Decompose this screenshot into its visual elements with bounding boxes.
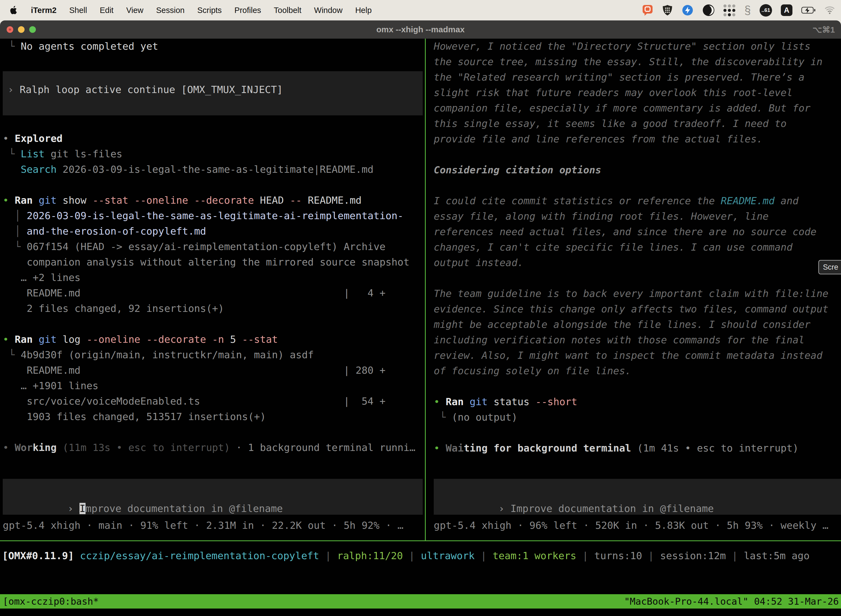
menu-item-toolbelt[interactable]: Toolbelt <box>274 6 301 15</box>
terminal-line: review. Also, I might want to inspect th… <box>434 348 841 363</box>
terminal-line: • Waiting for background terminal (1m 41… <box>434 440 841 456</box>
terminal-line <box>434 147 841 162</box>
terminal-line: might be acceptable alongside the file l… <box>434 317 841 332</box>
terminal-line: └ 4b9d30f (origin/main, instructkr/main,… <box>3 347 425 363</box>
right-model-status: gpt-5.4 xhigh · 96% left · 520K in · 5.8… <box>434 518 841 533</box>
left-model-status: gpt-5.4 xhigh · main · 91% left · 2.31M … <box>3 518 425 533</box>
terminal-line: … +2 lines <box>3 270 425 285</box>
terminal-line: └ (no output) <box>434 409 841 425</box>
terminal-line: this single essay, it seems like a good … <box>434 116 841 131</box>
right-agent-pane[interactable]: However, I noticed the "Directory Struct… <box>431 39 841 540</box>
terminal-line: The team guideline is to back every impo… <box>434 286 841 301</box>
menu-item-scripts[interactable]: Scripts <box>197 6 222 15</box>
terminal-line <box>434 425 841 440</box>
terminal-line: the source tree, missing the essay. Stil… <box>434 54 841 70</box>
shield-keypad-icon[interactable] <box>662 4 673 16</box>
wifi-icon[interactable] <box>825 6 835 14</box>
apple-menu-icon[interactable] <box>10 5 18 15</box>
terminal-line: slight risk that future readers may over… <box>434 85 841 100</box>
right-pane-output: However, I noticed the "Directory Struct… <box>434 39 841 456</box>
terminal-line: 2 files changed, 92 insertions(+) <box>3 301 425 316</box>
terminal-line: • Ran git show --stat --oneline --decora… <box>3 193 425 208</box>
terminal-line: companion file, especially if more comme… <box>434 100 841 116</box>
tmux-status-bar: [omx-cczip0:bash* "MacBook-Pro-44.local"… <box>0 594 841 609</box>
menu-item-profiles[interactable]: Profiles <box>234 6 261 15</box>
screen: iTerm2ShellEditViewSessionScriptsProfile… <box>0 0 841 616</box>
tab-shortcut-badge: ⌥⌘1 <box>813 25 835 35</box>
terminal-line: README.md | 4 + <box>3 285 425 301</box>
terminal-line: Considering citation options <box>434 162 841 178</box>
status-tray: § ..61 A <box>642 4 841 16</box>
menu-items: iTerm2ShellEditViewSessionScriptsProfile… <box>0 5 372 15</box>
terminal-line: of focusing solely on file lines. <box>434 363 841 378</box>
terminal-line: • Working (11m 13s • esc to interrupt) ·… <box>3 440 425 455</box>
left-prompt-input[interactable]: › Improve documentation in @filename <box>3 479 423 515</box>
terminal-line <box>434 378 841 394</box>
terminal-line: companion analysis without altering the … <box>3 254 425 270</box>
right-prompt-input[interactable]: › Improve documentation in @filename <box>434 479 841 515</box>
terminal-line: changes, I can't cite specific file line… <box>434 239 841 255</box>
prompt-chevron: › <box>8 84 20 95</box>
terminal-line: └ No agents completed yet <box>3 39 425 54</box>
s-squiggle-icon[interactable]: § <box>744 4 751 16</box>
a-app-icon[interactable]: A <box>781 4 793 16</box>
screen-edge-tooltip: Scre <box>818 260 841 274</box>
terminal-viewport: └ No agents completed yet › Ralph loop a… <box>0 39 841 616</box>
prompt-chevron: › <box>67 503 79 514</box>
terminal-line: └ 067f154 (HEAD -> essay/ai-reimplementa… <box>3 239 425 254</box>
terminal-line: I could cite commit statistics or refere… <box>434 193 841 209</box>
terminal-line <box>3 316 425 332</box>
terminal-line <box>3 177 425 193</box>
menu-item-session[interactable]: Session <box>156 6 185 15</box>
terminal-line: … +1901 lines <box>3 378 425 393</box>
terminal-line: provide file and line references from th… <box>434 131 841 147</box>
dots-grid-icon[interactable] <box>724 4 736 16</box>
left-pane-output: • Explored └ List git ls-files Search 20… <box>3 131 425 455</box>
menu-item-shell[interactable]: Shell <box>69 6 87 15</box>
terminal-line: • Ran git status --short <box>434 394 841 409</box>
ralph-loop-banner: › Ralph loop active continue [OMX_TMUX_I… <box>3 71 423 115</box>
text-cursor: I <box>79 503 85 514</box>
menu-item-iterm2[interactable]: iTerm2 <box>31 6 57 15</box>
macos-menu-bar: iTerm2ShellEditViewSessionScriptsProfile… <box>0 0 841 21</box>
terminal-line: • Explored <box>3 131 425 146</box>
terminal-line: README.md | 280 + <box>3 363 425 378</box>
prompt-chevron: › <box>498 503 510 514</box>
menu-item-window[interactable]: Window <box>314 6 343 15</box>
terminal-line <box>434 270 841 286</box>
battery-percent-badge-icon[interactable]: ..61 <box>760 4 772 16</box>
omx-session-status-bar: [OMX#0.11.9] cczip/essay/ai-reimplementa… <box>2 548 841 563</box>
terminal-line: Search 2026-03-09-is-legal-the-same-as-l… <box>3 162 425 177</box>
terminal-line: │ and-the-erosion-of-copyleft.md <box>3 224 425 239</box>
battery-charging-icon[interactable] <box>801 7 816 14</box>
terminal-line: the "Related research writing" section i… <box>434 70 841 85</box>
terminal-line: including verification notes with those … <box>434 332 841 348</box>
terminal-line: └ List git ls-files <box>3 146 425 162</box>
terminal-line: However, I noticed the "Directory Struct… <box>434 39 841 54</box>
terminal-line <box>434 178 841 193</box>
messages-icon[interactable] <box>642 4 653 16</box>
terminal-line: essay file, along with finding root file… <box>434 209 841 224</box>
window-title: omx --xhigh --madmax <box>0 25 841 34</box>
tmux-window-label[interactable]: [omx-cczip0:bash* <box>0 596 99 607</box>
terminal-line: output instead. <box>434 255 841 270</box>
terminal-line <box>3 424 425 440</box>
menu-item-view[interactable]: View <box>126 6 143 15</box>
terminal-line: 1903 files changed, 513517 insertions(+) <box>3 409 425 424</box>
menu-item-edit[interactable]: Edit <box>100 6 113 15</box>
input-placeholder: mprove documentation in @filename <box>85 503 283 514</box>
ralph-loop-text: Ralph loop active continue [OMX_TMUX_INJ… <box>20 84 283 95</box>
terminal-line: • Ran git log --oneline --decorate -n 5 … <box>3 332 425 347</box>
left-agent-pane[interactable]: └ No agents completed yet › Ralph loop a… <box>0 39 425 540</box>
crescent-icon[interactable] <box>702 4 715 16</box>
pane-divider-vertical[interactable] <box>425 39 426 540</box>
input-placeholder: Improve documentation in @filename <box>510 503 714 514</box>
terminal-line: [OMX#0.11.9] cczip/essay/ai-reimplementa… <box>2 548 841 563</box>
window-title-bar[interactable]: omx --xhigh --madmax ⌥⌘1 <box>0 21 841 39</box>
terminal-line: src/voice/voiceModeEnabled.ts | 54 + <box>3 393 425 409</box>
terminal-line: references need actual files, and since … <box>434 224 841 239</box>
terminal-line: │ 2026-03-09-is-legal-the-same-as-legiti… <box>3 208 425 224</box>
zap-badge-icon[interactable] <box>681 4 694 16</box>
menu-item-help[interactable]: Help <box>355 6 372 15</box>
left-pane-head: └ No agents completed yet <box>3 39 425 54</box>
